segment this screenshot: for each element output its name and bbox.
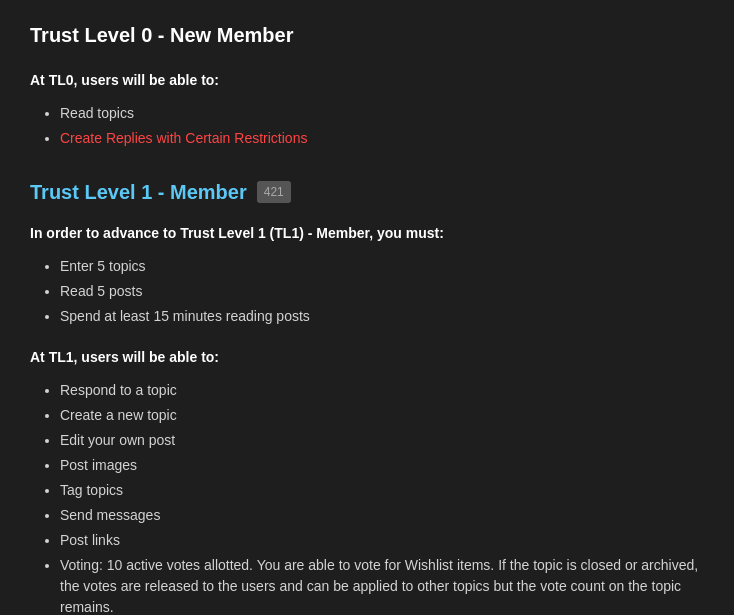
tl1-ability-1: Respond to a topic bbox=[60, 382, 177, 398]
tl1-ability-6: Send messages bbox=[60, 507, 160, 523]
tl1-ability-2: Create a new topic bbox=[60, 407, 177, 423]
tl1-requirements-list: Enter 5 topics Read 5 posts Spend at lea… bbox=[30, 256, 704, 327]
list-item: Send messages bbox=[60, 505, 704, 526]
tl1-req-1: Enter 5 topics bbox=[60, 258, 146, 274]
list-item: Create a new topic bbox=[60, 405, 704, 426]
list-item: Post images bbox=[60, 455, 704, 476]
tl1-ability-7: Post links bbox=[60, 532, 120, 548]
tl1-at-subtitle: At TL1, users will be able to: bbox=[30, 347, 704, 368]
list-item: Read topics bbox=[60, 103, 704, 124]
list-item: Edit your own post bbox=[60, 430, 704, 451]
list-item: Read 5 posts bbox=[60, 281, 704, 302]
list-item: Enter 5 topics bbox=[60, 256, 704, 277]
tl1-req-3: Spend at least 15 minutes reading posts bbox=[60, 308, 310, 324]
list-item: Voting: 10 active votes allotted. You ar… bbox=[60, 555, 704, 615]
tl0-ability-2: Create Replies with Certain Restrictions bbox=[60, 130, 307, 146]
list-item: Tag topics bbox=[60, 480, 704, 501]
tl1-badge: 421 bbox=[257, 181, 291, 203]
tl0-abilities-list: Read topics Create Replies with Certain … bbox=[30, 103, 704, 149]
tl1-header: Trust Level 1 - Member 421 bbox=[30, 177, 704, 207]
page-title: Trust Level 0 - New Member bbox=[30, 20, 704, 50]
tl1-ability-4: Post images bbox=[60, 457, 137, 473]
tl0-subtitle: At TL0, users will be able to: bbox=[30, 70, 704, 91]
tl1-req-2: Read 5 posts bbox=[60, 283, 143, 299]
tl1-ability-5: Tag topics bbox=[60, 482, 123, 498]
list-item: Spend at least 15 minutes reading posts bbox=[60, 306, 704, 327]
list-item: Create Replies with Certain Restrictions bbox=[60, 128, 704, 149]
tl1-abilities-list: Respond to a topic Create a new topic Ed… bbox=[30, 380, 704, 615]
tl1-advance-text: In order to advance to Trust Level 1 (TL… bbox=[30, 223, 704, 244]
tl1-header-text: Trust Level 1 - Member bbox=[30, 177, 247, 207]
list-item: Respond to a topic bbox=[60, 380, 704, 401]
tl1-ability-8: Voting: 10 active votes allotted. You ar… bbox=[60, 557, 698, 615]
tl1-ability-3: Edit your own post bbox=[60, 432, 175, 448]
tl0-ability-1: Read topics bbox=[60, 105, 134, 121]
list-item: Post links bbox=[60, 530, 704, 551]
